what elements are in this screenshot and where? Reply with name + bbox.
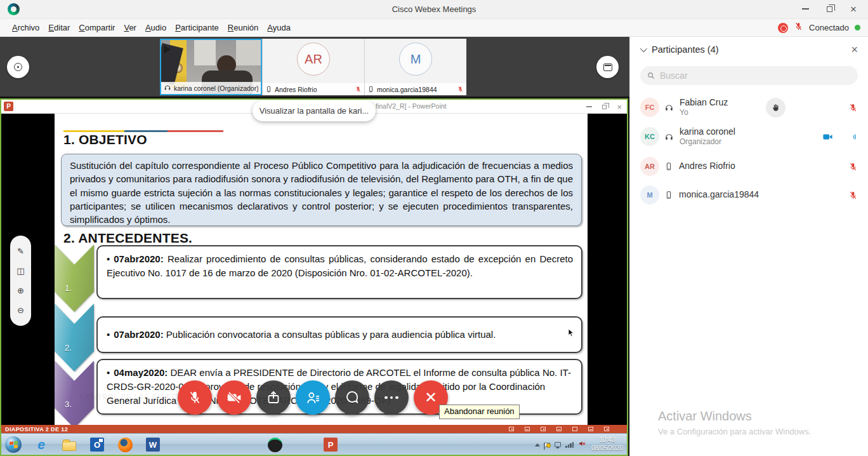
avatar: M <box>640 185 659 205</box>
panel-title: Participantes (4) <box>652 44 719 55</box>
participant-role: Yo <box>680 108 728 117</box>
panel-close-icon[interactable] <box>851 44 858 55</box>
zoom-in-icon[interactable]: ⊕ <box>17 286 24 295</box>
menu-compartir[interactable]: Compartir <box>74 20 119 35</box>
avatar: FC <box>640 98 659 117</box>
participant-row[interactable]: FC Fabian Cruz Yo <box>630 93 868 122</box>
search-input[interactable] <box>660 70 852 81</box>
chat-button[interactable] <box>335 380 369 415</box>
ppt-restore-icon[interactable] <box>602 105 607 109</box>
share-screen-icon <box>266 390 281 405</box>
presenter-tool-icon[interactable] <box>572 427 577 431</box>
taskbar-ie-icon[interactable]: e <box>33 436 49 453</box>
signal-bars-icon[interactable] <box>565 442 574 448</box>
annotate-pen-icon[interactable]: ✎ <box>17 247 24 255</box>
antecedente-box-2: •07abr2020: Publicación convocatoria a c… <box>96 316 582 353</box>
taskbar-powerpoint-icon[interactable]: P <box>322 436 339 453</box>
connected-dot-icon <box>855 25 860 30</box>
menu-ver[interactable]: Ver <box>119 20 141 35</box>
close-button[interactable] <box>841 0 865 18</box>
menu-reunion[interactable]: Reunión <box>223 20 263 35</box>
camera-on-icon[interactable] <box>822 131 833 142</box>
avatar: KC <box>640 127 659 146</box>
avatar-initials: AR <box>297 43 330 76</box>
webex-window: Cisco Webex Meetings Archivo Editar Comp… <box>0 0 868 456</box>
presenter-tool-icon[interactable] <box>588 427 593 431</box>
taskbar-word-icon[interactable]: W <box>145 436 161 453</box>
thumb-name: karina coronel (Organizador) <box>174 84 258 92</box>
connection-status: Conectado <box>809 23 849 32</box>
more-options-button[interactable] <box>374 380 409 415</box>
zoom-out-icon[interactable]: ⊖ <box>17 306 24 314</box>
avatar: AR <box>640 157 659 176</box>
video-thumb-karina[interactable]: karina coronel (Organizador) <box>160 39 262 95</box>
menu-archivo[interactable]: Archivo <box>8 20 44 35</box>
mic-muted-icon[interactable] <box>848 191 858 200</box>
start-button[interactable] <box>5 436 22 453</box>
participant-row[interactable]: M monica.garcia19844 <box>630 180 868 210</box>
video-thumb-andres[interactable]: AR Andres Riofrio <box>262 39 364 95</box>
taskbar-firefox-icon[interactable] <box>117 436 133 453</box>
minimize-button[interactable] <box>793 0 817 18</box>
action-center-flag-icon[interactable] <box>544 443 550 447</box>
participant-row[interactable]: AR Andres Riofrio <box>630 152 868 181</box>
headset-icon <box>164 83 171 94</box>
meeting-info-button[interactable] <box>7 56 29 78</box>
participant-name: Andres Riofrio <box>679 161 735 172</box>
menu-participante[interactable]: Participante <box>171 20 223 35</box>
taskbar-webex-icon[interactable] <box>266 436 283 453</box>
chevron-down-icon[interactable] <box>640 45 647 52</box>
taskbar-outlook-icon[interactable]: O <box>89 436 105 453</box>
menu-audio[interactable]: Audio <box>141 20 171 35</box>
ppt-minimize-icon[interactable] <box>586 106 592 107</box>
slide: 1. OBJETIVO Sustitución del capítulo cor… <box>55 114 588 425</box>
mic-muted-icon[interactable] <box>848 103 858 112</box>
powerpoint-icon: P <box>4 102 13 111</box>
menu-bar: Archivo Editar Compartir Ver Audio Parti… <box>0 19 868 37</box>
camera-button[interactable] <box>217 380 251 415</box>
taskbar-explorer-icon[interactable] <box>61 436 77 453</box>
thumb-name: monica.garcia19844 <box>377 86 437 93</box>
layout-grid-icon <box>603 64 612 71</box>
hand-icon <box>771 103 780 112</box>
presenter-tool-icon[interactable] <box>556 427 562 431</box>
activation-subtitle: Ve a Configuración para activar Windows. <box>658 427 811 436</box>
sharing-tooltip: Visualizar la pantalla de kari... <box>253 100 376 121</box>
presenter-tool-icon[interactable] <box>509 427 514 431</box>
participant-name: monica.garcia19844 <box>679 189 759 201</box>
participants-icon <box>305 390 321 406</box>
share-button[interactable] <box>256 380 291 415</box>
mic-muted-icon[interactable] <box>848 162 858 171</box>
presenter-tool-icon[interactable] <box>541 427 546 431</box>
ellipsis-icon <box>385 396 398 399</box>
ppt-window-title-right: finalV2_R] - PowerPoint <box>376 102 446 110</box>
mic-muted-icon <box>355 84 362 95</box>
video-thumb-monica[interactable]: M monica.garcia19844 <box>364 39 466 95</box>
remote-control-icon[interactable]: ◫ <box>16 267 24 275</box>
volume-muted-icon[interactable] <box>578 439 586 450</box>
recording-indicator-icon[interactable] <box>778 23 788 33</box>
raise-hand-button[interactable] <box>766 98 786 117</box>
presenter-tool-icon[interactable] <box>525 427 530 431</box>
objetivo-box: Sustitución del capítulo correspondiente… <box>61 154 582 226</box>
play-indicator-icon <box>164 45 171 54</box>
network-plug-icon[interactable] <box>555 442 561 447</box>
menu-editar[interactable]: Editar <box>44 20 74 35</box>
taskbar-clock[interactable]: 10:43 08/05/2020 <box>591 436 623 452</box>
windows-taskbar: e O W P 10:43 08/05/202 <box>1 433 627 455</box>
participants-button[interactable] <box>296 380 330 415</box>
menu-ayuda[interactable]: Ayuda <box>263 20 295 35</box>
phone-icon <box>664 191 673 199</box>
presenter-tool-icon[interactable] <box>604 427 609 431</box>
participant-name: Fabian Cruz <box>680 97 728 109</box>
participant-row[interactable]: KC karina coronel Organizador <box>630 122 868 151</box>
phone-icon <box>265 84 272 95</box>
headset-icon <box>664 103 674 112</box>
restore-button[interactable] <box>817 0 841 18</box>
slide-heading-antecedentes: 2. ANTECEDENTES. <box>63 231 192 246</box>
ppt-close-icon[interactable] <box>617 101 622 112</box>
mute-button[interactable] <box>178 380 212 415</box>
layout-toggle-button[interactable] <box>596 56 619 78</box>
tray-expand-icon[interactable] <box>535 443 540 446</box>
search-box[interactable] <box>640 66 858 85</box>
